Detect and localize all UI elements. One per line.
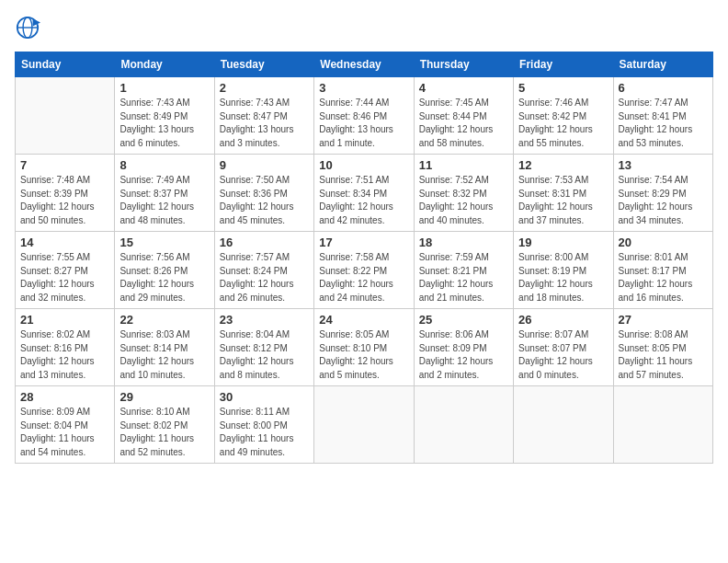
day-number: 13 bbox=[619, 158, 708, 172]
day-info: Sunrise: 7:52 AMSunset: 8:32 PMDaylight:… bbox=[419, 174, 508, 227]
day-number: 12 bbox=[518, 158, 608, 172]
calendar-header: SundayMondayTuesdayWednesdayThursdayFrid… bbox=[16, 52, 713, 77]
day-info: Sunrise: 7:47 AMSunset: 8:41 PMDaylight:… bbox=[619, 97, 708, 150]
day-info: Sunrise: 8:07 AMSunset: 8:07 PMDaylight:… bbox=[518, 328, 608, 382]
weekday-header-friday: Friday bbox=[514, 52, 613, 77]
calendar-cell: 26Sunrise: 8:07 AMSunset: 8:07 PMDayligh… bbox=[514, 309, 613, 386]
calendar-cell bbox=[314, 386, 414, 464]
calendar-cell: 5Sunrise: 7:46 AMSunset: 8:42 PMDaylight… bbox=[514, 77, 613, 155]
calendar-cell bbox=[414, 386, 513, 464]
day-number: 14 bbox=[20, 236, 109, 249]
day-number: 22 bbox=[119, 313, 209, 327]
day-number: 16 bbox=[220, 236, 309, 249]
calendar-cell: 18Sunrise: 7:59 AMSunset: 8:21 PMDayligh… bbox=[414, 232, 513, 309]
calendar-body: 1Sunrise: 7:43 AMSunset: 8:49 PMDaylight… bbox=[16, 77, 713, 464]
calendar-cell: 19Sunrise: 8:00 AMSunset: 8:19 PMDayligh… bbox=[514, 232, 613, 309]
calendar-cell: 16Sunrise: 7:57 AMSunset: 8:24 PMDayligh… bbox=[214, 232, 313, 309]
day-number: 5 bbox=[518, 81, 608, 95]
day-number: 29 bbox=[119, 390, 209, 404]
calendar-cell bbox=[613, 386, 712, 464]
day-info: Sunrise: 8:06 AMSunset: 8:09 PMDaylight:… bbox=[419, 328, 508, 382]
calendar-cell: 29Sunrise: 8:10 AMSunset: 8:02 PMDayligh… bbox=[115, 386, 214, 464]
day-info: Sunrise: 7:44 AMSunset: 8:46 PMDaylight:… bbox=[319, 97, 408, 150]
calendar-cell: 15Sunrise: 7:56 AMSunset: 8:26 PMDayligh… bbox=[115, 232, 214, 309]
day-number: 24 bbox=[319, 313, 408, 327]
weekday-header-tuesday: Tuesday bbox=[214, 52, 313, 77]
day-number: 3 bbox=[319, 81, 408, 95]
day-info: Sunrise: 7:45 AMSunset: 8:44 PMDaylight:… bbox=[419, 97, 508, 150]
weekday-header-thursday: Thursday bbox=[414, 52, 513, 77]
day-number: 11 bbox=[419, 158, 508, 172]
calendar-cell: 4Sunrise: 7:45 AMSunset: 8:44 PMDaylight… bbox=[414, 77, 513, 155]
calendar-cell: 20Sunrise: 8:01 AMSunset: 8:17 PMDayligh… bbox=[613, 232, 712, 309]
page-header bbox=[15, 15, 713, 40]
week-row-1: 1Sunrise: 7:43 AMSunset: 8:49 PMDaylight… bbox=[16, 77, 713, 155]
day-number: 27 bbox=[619, 313, 708, 327]
day-number: 8 bbox=[119, 158, 209, 172]
day-number: 4 bbox=[419, 81, 508, 95]
day-info: Sunrise: 8:03 AMSunset: 8:14 PMDaylight:… bbox=[119, 328, 209, 382]
day-info: Sunrise: 8:00 AMSunset: 8:19 PMDaylight:… bbox=[518, 251, 608, 304]
calendar-cell: 12Sunrise: 7:53 AMSunset: 8:31 PMDayligh… bbox=[514, 155, 613, 232]
day-number: 7 bbox=[20, 158, 109, 172]
day-info: Sunrise: 7:51 AMSunset: 8:34 PMDaylight:… bbox=[319, 174, 408, 227]
calendar-cell: 23Sunrise: 8:04 AMSunset: 8:12 PMDayligh… bbox=[214, 309, 313, 386]
calendar-cell: 11Sunrise: 7:52 AMSunset: 8:32 PMDayligh… bbox=[414, 155, 513, 232]
day-number: 6 bbox=[619, 81, 708, 95]
day-info: Sunrise: 8:01 AMSunset: 8:17 PMDaylight:… bbox=[619, 251, 708, 304]
day-info: Sunrise: 7:43 AMSunset: 8:47 PMDaylight:… bbox=[220, 97, 309, 150]
day-info: Sunrise: 7:43 AMSunset: 8:49 PMDaylight:… bbox=[119, 97, 209, 150]
calendar-cell bbox=[16, 77, 115, 155]
day-info: Sunrise: 7:56 AMSunset: 8:26 PMDaylight:… bbox=[119, 251, 209, 304]
day-number: 1 bbox=[119, 81, 209, 95]
weekday-header-saturday: Saturday bbox=[613, 52, 712, 77]
calendar-cell bbox=[514, 386, 613, 464]
calendar-cell: 7Sunrise: 7:48 AMSunset: 8:39 PMDaylight… bbox=[16, 155, 115, 232]
day-number: 28 bbox=[20, 390, 109, 404]
calendar-cell: 8Sunrise: 7:49 AMSunset: 8:37 PMDaylight… bbox=[115, 155, 214, 232]
calendar-cell: 1Sunrise: 7:43 AMSunset: 8:49 PMDaylight… bbox=[115, 77, 214, 155]
day-number: 18 bbox=[419, 236, 508, 249]
calendar-cell: 14Sunrise: 7:55 AMSunset: 8:27 PMDayligh… bbox=[16, 232, 115, 309]
calendar-cell: 13Sunrise: 7:54 AMSunset: 8:29 PMDayligh… bbox=[613, 155, 712, 232]
day-info: Sunrise: 7:59 AMSunset: 8:21 PMDaylight:… bbox=[419, 251, 508, 304]
week-row-5: 28Sunrise: 8:09 AMSunset: 8:04 PMDayligh… bbox=[16, 386, 713, 464]
calendar-cell: 21Sunrise: 8:02 AMSunset: 8:16 PMDayligh… bbox=[16, 309, 115, 386]
calendar-cell: 25Sunrise: 8:06 AMSunset: 8:09 PMDayligh… bbox=[414, 309, 513, 386]
day-info: Sunrise: 8:09 AMSunset: 8:04 PMDaylight:… bbox=[20, 406, 109, 459]
week-row-2: 7Sunrise: 7:48 AMSunset: 8:39 PMDaylight… bbox=[16, 155, 713, 232]
calendar-cell: 22Sunrise: 8:03 AMSunset: 8:14 PMDayligh… bbox=[115, 309, 214, 386]
day-number: 25 bbox=[419, 313, 508, 327]
day-info: Sunrise: 7:55 AMSunset: 8:27 PMDaylight:… bbox=[20, 251, 109, 304]
week-row-4: 21Sunrise: 8:02 AMSunset: 8:16 PMDayligh… bbox=[16, 309, 713, 386]
day-number: 2 bbox=[220, 81, 309, 95]
day-info: Sunrise: 7:50 AMSunset: 8:36 PMDaylight:… bbox=[220, 174, 309, 227]
week-row-3: 14Sunrise: 7:55 AMSunset: 8:27 PMDayligh… bbox=[16, 232, 713, 309]
day-info: Sunrise: 7:49 AMSunset: 8:37 PMDaylight:… bbox=[119, 174, 209, 227]
calendar-cell: 17Sunrise: 7:58 AMSunset: 8:22 PMDayligh… bbox=[314, 232, 414, 309]
calendar-cell: 28Sunrise: 8:09 AMSunset: 8:04 PMDayligh… bbox=[16, 386, 115, 464]
day-number: 20 bbox=[619, 236, 708, 249]
calendar-cell: 24Sunrise: 8:05 AMSunset: 8:10 PMDayligh… bbox=[314, 309, 414, 386]
calendar-cell: 3Sunrise: 7:44 AMSunset: 8:46 PMDaylight… bbox=[314, 77, 414, 155]
day-number: 19 bbox=[518, 236, 608, 249]
day-info: Sunrise: 7:58 AMSunset: 8:22 PMDaylight:… bbox=[319, 251, 408, 304]
day-number: 30 bbox=[220, 390, 309, 404]
day-info: Sunrise: 8:04 AMSunset: 8:12 PMDaylight:… bbox=[220, 328, 309, 382]
day-info: Sunrise: 8:10 AMSunset: 8:02 PMDaylight:… bbox=[119, 406, 209, 459]
day-info: Sunrise: 7:48 AMSunset: 8:39 PMDaylight:… bbox=[20, 174, 109, 227]
calendar-cell: 10Sunrise: 7:51 AMSunset: 8:34 PMDayligh… bbox=[314, 155, 414, 232]
day-number: 26 bbox=[518, 313, 608, 327]
calendar-cell: 27Sunrise: 8:08 AMSunset: 8:05 PMDayligh… bbox=[613, 309, 712, 386]
day-info: Sunrise: 8:05 AMSunset: 8:10 PMDaylight:… bbox=[319, 328, 408, 382]
day-number: 15 bbox=[119, 236, 209, 249]
calendar-cell: 6Sunrise: 7:47 AMSunset: 8:41 PMDaylight… bbox=[613, 77, 712, 155]
calendar-table: SundayMondayTuesdayWednesdayThursdayFrid… bbox=[15, 52, 713, 464]
calendar-cell: 9Sunrise: 7:50 AMSunset: 8:36 PMDaylight… bbox=[214, 155, 313, 232]
calendar-cell: 30Sunrise: 8:11 AMSunset: 8:00 PMDayligh… bbox=[214, 386, 313, 464]
day-number: 17 bbox=[319, 236, 408, 249]
logo bbox=[15, 15, 44, 40]
day-number: 21 bbox=[20, 313, 109, 327]
weekday-row: SundayMondayTuesdayWednesdayThursdayFrid… bbox=[16, 52, 713, 77]
day-info: Sunrise: 7:46 AMSunset: 8:42 PMDaylight:… bbox=[518, 97, 608, 150]
